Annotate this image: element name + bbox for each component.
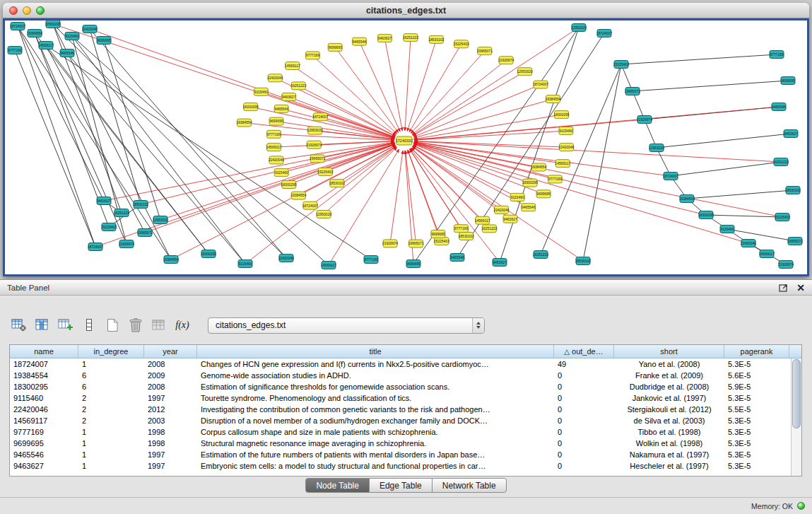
column-header-name[interactable]: name xyxy=(10,345,78,358)
graph-node[interactable]: 18300295 xyxy=(45,21,61,28)
graph-node[interactable]: 15225403 xyxy=(453,40,469,48)
graph-node[interactable]: 9777169 xyxy=(548,175,562,183)
graph-node[interactable]: 12953020 xyxy=(307,127,322,134)
graph-node[interactable]: 22420046 xyxy=(269,156,284,164)
graph-node[interactable]: 14569117 xyxy=(38,42,54,49)
table-selector-dropdown[interactable]: citations_edges.txt xyxy=(208,317,485,334)
graph-node[interactable]: 18530102 xyxy=(428,35,444,43)
table-row[interactable]: 946554611997Estimation of the future num… xyxy=(10,449,801,460)
graph-node[interactable]: 9777169 xyxy=(8,47,22,54)
graph-node[interactable]: 14569117 xyxy=(555,160,570,168)
graph-node[interactable]: 12953020 xyxy=(649,144,664,152)
graph-node[interactable]: 9463627 xyxy=(503,215,517,223)
graph-node[interactable]: 18300295 xyxy=(281,181,297,189)
graph-node[interactable]: 22420046 xyxy=(82,25,98,33)
graph-node[interactable]: 18724007 xyxy=(533,81,548,88)
new-table-button[interactable] xyxy=(103,317,122,334)
column-header-title[interactable]: title xyxy=(197,345,554,358)
graph-node[interactable]: 19965071 xyxy=(137,229,153,237)
graph-node[interactable]: 9463627 xyxy=(377,35,392,42)
import-table-button[interactable] xyxy=(150,317,168,334)
graph-node[interactable]: 16251223 xyxy=(290,82,306,90)
function-builder-button[interactable]: f(x) xyxy=(173,317,192,334)
graph-node[interactable]: 18530102 xyxy=(575,257,591,265)
graph-node[interactable]: 9699695 xyxy=(328,43,342,51)
tab-edge-table[interactable]: Edge Table xyxy=(369,478,433,493)
graph-node[interactable]: 9777169 xyxy=(454,225,469,233)
graph-node[interactable]: 9777169 xyxy=(364,256,378,264)
graph-node[interactable]: 9699695 xyxy=(97,37,111,45)
graph-node[interactable]: 19384554 xyxy=(163,256,179,264)
graph-node[interactable]: 18724007 xyxy=(10,23,25,30)
column-header-short[interactable]: short xyxy=(614,345,724,358)
graph-node[interactable]: 9699695 xyxy=(781,77,795,85)
table-row[interactable]: 1830029562008Estimation of significance … xyxy=(10,381,801,392)
graph-node[interactable]: 19384554 xyxy=(545,95,560,103)
graph-node[interactable]: 9465546 xyxy=(274,105,288,112)
graph-node[interactable]: 21926974 xyxy=(637,116,652,124)
graph-node[interactable]: 12953020 xyxy=(153,216,168,224)
graph-node[interactable]: 15225403 xyxy=(434,238,449,245)
table-row[interactable]: 1872400712008Changes of HCN gene express… xyxy=(10,358,801,370)
graph-node[interactable]: 9115460 xyxy=(274,169,288,177)
graph-node[interactable]: 22420046 xyxy=(558,144,574,151)
graph-node[interactable]: 22420046 xyxy=(741,240,756,247)
graph-node[interactable]: 18530102 xyxy=(329,180,345,187)
graph-node[interactable]: 12953020 xyxy=(571,24,587,32)
graph-node[interactable]: 16251223 xyxy=(114,209,129,217)
show-columns-button[interactable] xyxy=(33,317,52,334)
graph-node[interactable]: 9465546 xyxy=(60,49,74,57)
graph-node[interactable]: 9465546 xyxy=(450,254,464,262)
graph-node[interactable]: 14569117 xyxy=(321,262,336,269)
graph-node[interactable]: 9777169 xyxy=(267,130,281,138)
delete-table-button[interactable] xyxy=(126,317,145,334)
graph-node[interactable]: 21926974 xyxy=(119,240,134,248)
graph-node[interactable]: 18300295 xyxy=(201,250,216,258)
graph-node[interactable]: 9465546 xyxy=(772,103,786,111)
graph-node[interactable]: 21926974 xyxy=(382,240,398,247)
graph-node[interactable]: 9115460 xyxy=(720,226,734,233)
graph-node[interactable]: 15225403 xyxy=(775,214,790,221)
graph-node[interactable]: 19384554 xyxy=(290,192,306,199)
table-row[interactable]: 977716911998Corpus callosum shape and si… xyxy=(10,426,801,438)
network-graph[interactable]: 1872400719384554183002959115460224200461… xyxy=(5,21,807,274)
graph-node[interactable]: 9115460 xyxy=(559,127,573,135)
graph-node[interactable]: 16251223 xyxy=(773,158,789,166)
graph-node[interactable]: 18300295 xyxy=(522,179,538,187)
graph-node[interactable]: 9699695 xyxy=(406,260,420,268)
graph-node[interactable]: 14569117 xyxy=(759,250,775,258)
scrollbar-thumb[interactable] xyxy=(792,359,801,428)
graph-node[interactable]: 9777169 xyxy=(305,52,319,59)
graph-node[interactable]: 19965071 xyxy=(625,88,640,95)
graph-node[interactable]: 9115460 xyxy=(238,260,252,268)
graph-node[interactable]: 18300295 xyxy=(698,211,714,219)
graph-node[interactable]: 22420046 xyxy=(493,206,509,214)
graph-node[interactable]: 21926974 xyxy=(306,141,322,148)
graph-node[interactable]: 16251223 xyxy=(403,34,418,42)
graph-node[interactable]: 9463627 xyxy=(282,93,296,101)
graph-node[interactable]: 15225403 xyxy=(101,223,117,231)
float-panel-button[interactable] xyxy=(779,284,788,292)
network-canvas[interactable]: 1872400719384554183002959115460224200461… xyxy=(5,21,807,274)
graph-node[interactable]: 19384554 xyxy=(236,119,252,127)
close-panel-button[interactable]: ✕ xyxy=(796,283,805,293)
table-row[interactable]: 911546021997Tourette syndrome. Phenomeno… xyxy=(10,392,801,404)
graph-node[interactable]: 9463627 xyxy=(97,197,111,205)
graph-node[interactable]: 9777169 xyxy=(770,51,784,59)
graph-node[interactable]: 9699695 xyxy=(269,117,283,125)
graph-node[interactable]: 16251223 xyxy=(481,225,497,233)
graph-node[interactable]: 9115460 xyxy=(254,88,268,95)
graph-node[interactable]: 19384554 xyxy=(679,195,695,203)
graph-node[interactable]: 18530102 xyxy=(133,201,148,209)
graph-node[interactable]: 14569117 xyxy=(285,62,300,70)
graph-node[interactable]: 9465546 xyxy=(353,37,367,45)
graph-node[interactable]: 19384554 xyxy=(531,163,546,171)
graph-node[interactable]: 19965071 xyxy=(787,238,803,245)
graph-node[interactable]: 18724007 xyxy=(312,113,328,121)
graph-node[interactable]: 18724007 xyxy=(663,173,678,180)
graph-hub-node[interactable]: 17240332 xyxy=(396,136,413,145)
graph-node[interactable]: 14569117 xyxy=(475,216,490,224)
table-scrollbar[interactable] xyxy=(791,358,801,476)
graph-node[interactable]: 15225403 xyxy=(613,61,629,69)
graph-node[interactable]: 18530102 xyxy=(785,187,801,194)
